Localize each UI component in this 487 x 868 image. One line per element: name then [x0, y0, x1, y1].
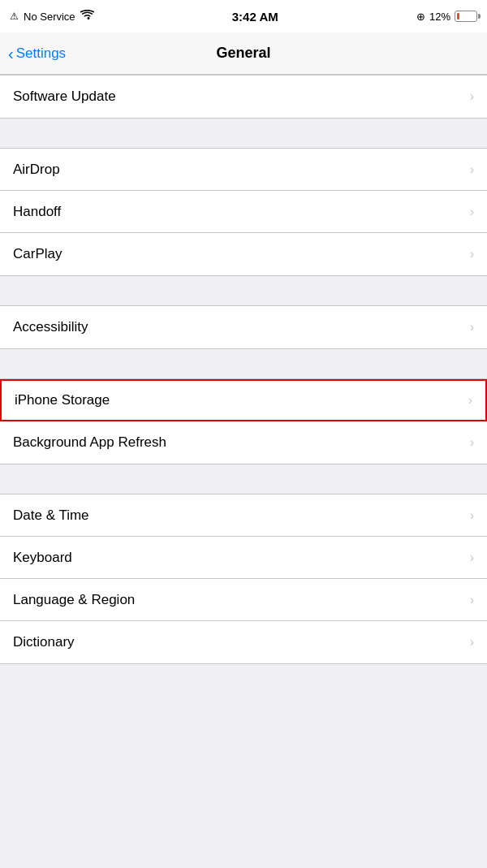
list-item-carplay[interactable]: CarPlay › — [0, 233, 487, 275]
section-airdrop-group: AirDrop › Handoff › CarPlay › — [0, 148, 487, 276]
chevron-right-icon: › — [470, 320, 474, 335]
chevron-right-icon: › — [468, 393, 472, 408]
status-time: 3:42 AM — [232, 10, 278, 24]
chevron-right-icon: › — [470, 162, 474, 177]
list-item-keyboard[interactable]: Keyboard › — [0, 537, 487, 579]
list-item-dictionary[interactable]: Dictionary › — [0, 621, 487, 663]
battery-fill — [457, 13, 459, 19]
divider-1 — [0, 119, 487, 148]
list-item-iphone-storage[interactable]: iPhone Storage › — [0, 379, 487, 421]
back-button[interactable]: ‹ Settings — [8, 45, 66, 62]
divider-4 — [0, 464, 487, 494]
section-accessibility-group: Accessibility › — [0, 305, 487, 349]
chevron-right-icon: › — [470, 508, 474, 523]
divider-2 — [0, 276, 487, 305]
chevron-right-icon: › — [470, 635, 474, 650]
section-storage-group: iPhone Storage › Background App Refresh … — [0, 378, 487, 464]
chevron-right-icon: › — [470, 435, 474, 450]
section-2-list: AirDrop › Handoff › CarPlay › — [0, 148, 487, 276]
list-item-language-region[interactable]: Language & Region › — [0, 579, 487, 621]
list-item-airdrop[interactable]: AirDrop › — [0, 149, 487, 191]
chevron-right-icon: › — [470, 247, 474, 261]
signal-label: No Service — [24, 11, 75, 23]
list-item-accessibility[interactable]: Accessibility › — [0, 306, 487, 348]
battery-percent: 12% — [429, 11, 450, 23]
status-bar: ⚠ No Service 3:42 AM ⊕ 12% — [0, 0, 487, 32]
list-item-handoff[interactable]: Handoff › — [0, 191, 487, 233]
status-right: ⊕ 12% — [416, 11, 477, 23]
chevron-right-icon: › — [470, 593, 474, 607]
section-1-list: Software Update › — [0, 75, 487, 119]
chevron-right-icon: › — [470, 551, 474, 565]
back-label: Settings — [16, 45, 66, 62]
no-service-icon: ⚠ — [10, 11, 19, 22]
list-item-software-update[interactable]: Software Update › — [0, 76, 487, 118]
nav-bar: ‹ Settings General — [0, 32, 487, 75]
status-left: ⚠ No Service — [10, 10, 94, 23]
battery-icon-container — [455, 11, 477, 22]
divider-3 — [0, 349, 487, 378]
section-datetime-group: Date & Time › Keyboard › Language & Regi… — [0, 494, 487, 664]
page-title: General — [216, 45, 270, 62]
list-item-background-app-refresh[interactable]: Background App Refresh › — [0, 421, 487, 464]
section-4-list: iPhone Storage › Background App Refresh … — [0, 378, 487, 464]
chevron-right-icon: › — [470, 205, 474, 219]
location-icon: ⊕ — [416, 11, 425, 23]
chevron-right-icon: › — [470, 89, 474, 104]
back-chevron-icon: ‹ — [8, 45, 14, 62]
wifi-icon — [80, 10, 94, 23]
list-item-date-time[interactable]: Date & Time › — [0, 494, 487, 537]
battery-icon — [455, 11, 477, 22]
section-3-list: Accessibility › — [0, 305, 487, 349]
section-software-update: Software Update › — [0, 75, 487, 119]
section-5-list: Date & Time › Keyboard › Language & Regi… — [0, 494, 487, 664]
